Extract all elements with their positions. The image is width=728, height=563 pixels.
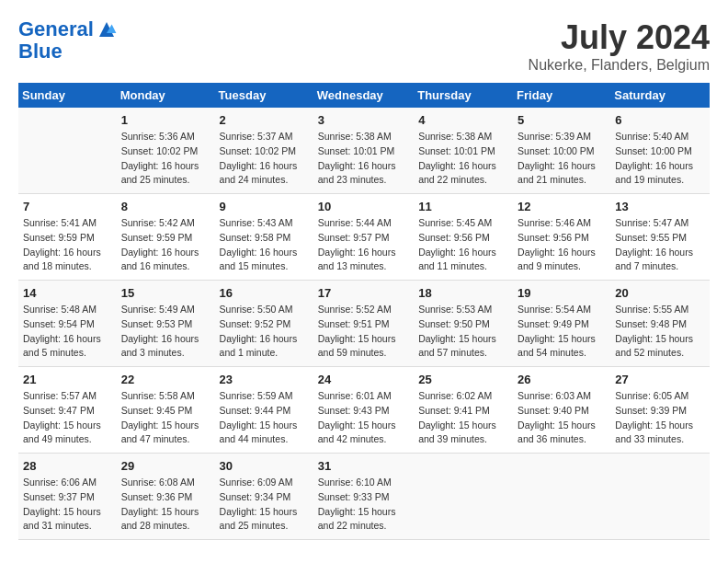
day-number: 11 (418, 200, 508, 213)
day-info: Sunrise: 6:09 AMSunset: 9:34 PMDaylight:… (220, 476, 309, 534)
calendar-cell: 14Sunrise: 5:48 AMSunset: 9:54 PMDayligh… (18, 281, 117, 367)
day-info: Sunrise: 5:38 AMSunset: 10:01 PMDaylight… (418, 130, 508, 188)
day-number: 18 (418, 286, 508, 300)
header-day-friday: Friday (513, 83, 610, 108)
day-number: 3 (318, 113, 409, 127)
day-info: Sunrise: 5:42 AMSunset: 9:59 PMDaylight:… (121, 216, 210, 274)
day-number: 14 (23, 286, 112, 300)
day-number: 26 (518, 373, 606, 386)
calendar-cell: 20Sunrise: 5:55 AMSunset: 9:48 PMDayligh… (610, 281, 710, 367)
logo-text: General (18, 18, 94, 40)
calendar-cell (513, 454, 610, 540)
header-day-thursday: Thursday (414, 83, 513, 108)
calendar-cell: 24Sunrise: 6:01 AMSunset: 9:43 PMDayligh… (313, 367, 414, 454)
day-info: Sunrise: 5:59 AMSunset: 9:44 PMDaylight:… (220, 389, 309, 447)
day-number: 2 (220, 113, 309, 127)
day-number: 24 (318, 373, 409, 386)
day-info: Sunrise: 5:48 AMSunset: 9:54 PMDaylight:… (23, 303, 112, 361)
day-info: Sunrise: 5:54 AMSunset: 9:49 PMDaylight:… (518, 303, 606, 361)
day-info: Sunrise: 5:44 AMSunset: 9:57 PMDaylight:… (318, 216, 409, 274)
day-number: 27 (615, 373, 705, 386)
calendar-cell: 11Sunrise: 5:45 AMSunset: 9:56 PMDayligh… (414, 194, 513, 281)
calendar-cell: 15Sunrise: 5:49 AMSunset: 9:53 PMDayligh… (117, 281, 215, 367)
calendar-cell (414, 454, 513, 540)
day-number: 1 (121, 113, 210, 127)
calendar-cell: 28Sunrise: 6:06 AMSunset: 9:37 PMDayligh… (18, 454, 117, 540)
day-info: Sunrise: 6:01 AMSunset: 9:43 PMDaylight:… (318, 389, 409, 447)
week-row-3: 21Sunrise: 5:57 AMSunset: 9:47 PMDayligh… (18, 367, 710, 454)
calendar-body: 1Sunrise: 5:36 AMSunset: 10:02 PMDayligh… (18, 108, 710, 540)
calendar-cell (610, 454, 710, 540)
day-info: Sunrise: 5:40 AMSunset: 10:00 PMDaylight… (615, 130, 705, 188)
day-info: Sunrise: 5:47 AMSunset: 9:55 PMDaylight:… (615, 216, 705, 274)
day-info: Sunrise: 5:50 AMSunset: 9:52 PMDaylight:… (220, 303, 309, 361)
location: Nukerke, Flanders, Belgium (529, 57, 710, 74)
calendar-cell: 12Sunrise: 5:46 AMSunset: 9:56 PMDayligh… (513, 194, 610, 281)
page-header: General Blue July 2024 Nukerke, Flanders… (18, 18, 710, 74)
header-day-monday: Monday (117, 83, 215, 108)
logo: General Blue (18, 18, 118, 63)
day-info: Sunrise: 5:36 AMSunset: 10:02 PMDaylight… (121, 130, 210, 188)
day-number: 8 (121, 200, 210, 213)
day-info: Sunrise: 6:03 AMSunset: 9:40 PMDaylight:… (518, 389, 606, 447)
day-number: 4 (418, 113, 508, 127)
day-info: Sunrise: 5:49 AMSunset: 9:53 PMDaylight:… (121, 303, 210, 361)
day-info: Sunrise: 6:02 AMSunset: 9:41 PMDaylight:… (418, 389, 508, 447)
logo-icon (96, 18, 118, 40)
calendar-cell: 21Sunrise: 5:57 AMSunset: 9:47 PMDayligh… (18, 367, 117, 454)
week-row-1: 7Sunrise: 5:41 AMSunset: 9:59 PMDaylight… (18, 194, 710, 281)
day-info: Sunrise: 5:57 AMSunset: 9:47 PMDaylight:… (23, 389, 112, 447)
day-number: 22 (121, 373, 210, 386)
week-row-0: 1Sunrise: 5:36 AMSunset: 10:02 PMDayligh… (18, 108, 710, 194)
day-info: Sunrise: 5:39 AMSunset: 10:00 PMDaylight… (518, 130, 606, 188)
day-number: 9 (220, 200, 309, 213)
calendar-cell: 31Sunrise: 6:10 AMSunset: 9:33 PMDayligh… (313, 454, 414, 540)
day-number: 13 (615, 200, 705, 213)
calendar-cell: 29Sunrise: 6:08 AMSunset: 9:36 PMDayligh… (117, 454, 215, 540)
calendar-cell: 26Sunrise: 6:03 AMSunset: 9:40 PMDayligh… (513, 367, 610, 454)
day-info: Sunrise: 6:08 AMSunset: 9:36 PMDaylight:… (121, 476, 210, 534)
calendar-cell (18, 108, 117, 194)
day-number: 6 (615, 113, 705, 127)
day-number: 29 (121, 459, 210, 473)
day-number: 12 (518, 200, 606, 213)
calendar-cell: 18Sunrise: 5:53 AMSunset: 9:50 PMDayligh… (414, 281, 513, 367)
day-info: Sunrise: 5:46 AMSunset: 9:56 PMDaylight:… (518, 216, 606, 274)
calendar-cell: 2Sunrise: 5:37 AMSunset: 10:02 PMDayligh… (215, 108, 313, 194)
month-title: July 2024 (529, 18, 710, 57)
header-row: SundayMondayTuesdayWednesdayThursdayFrid… (18, 83, 710, 108)
calendar-cell: 27Sunrise: 6:05 AMSunset: 9:39 PMDayligh… (610, 367, 710, 454)
calendar-cell: 19Sunrise: 5:54 AMSunset: 9:49 PMDayligh… (513, 281, 610, 367)
calendar-cell: 17Sunrise: 5:52 AMSunset: 9:51 PMDayligh… (313, 281, 414, 367)
day-number: 23 (220, 373, 309, 386)
calendar-cell: 30Sunrise: 6:09 AMSunset: 9:34 PMDayligh… (215, 454, 313, 540)
day-info: Sunrise: 6:05 AMSunset: 9:39 PMDaylight:… (615, 389, 705, 447)
day-number: 7 (23, 200, 112, 213)
day-number: 31 (318, 459, 409, 473)
calendar-cell: 10Sunrise: 5:44 AMSunset: 9:57 PMDayligh… (313, 194, 414, 281)
day-number: 16 (220, 286, 309, 300)
calendar-table: SundayMondayTuesdayWednesdayThursdayFrid… (18, 83, 710, 540)
day-number: 17 (318, 286, 409, 300)
calendar-cell: 13Sunrise: 5:47 AMSunset: 9:55 PMDayligh… (610, 194, 710, 281)
week-row-2: 14Sunrise: 5:48 AMSunset: 9:54 PMDayligh… (18, 281, 710, 367)
day-info: Sunrise: 5:53 AMSunset: 9:50 PMDaylight:… (418, 303, 508, 361)
day-number: 10 (318, 200, 409, 213)
day-number: 5 (518, 113, 606, 127)
day-info: Sunrise: 6:06 AMSunset: 9:37 PMDaylight:… (23, 476, 112, 534)
day-info: Sunrise: 5:43 AMSunset: 9:58 PMDaylight:… (220, 216, 309, 274)
header-day-wednesday: Wednesday (313, 83, 414, 108)
day-info: Sunrise: 5:41 AMSunset: 9:59 PMDaylight:… (23, 216, 112, 274)
calendar-cell: 23Sunrise: 5:59 AMSunset: 9:44 PMDayligh… (215, 367, 313, 454)
day-info: Sunrise: 5:45 AMSunset: 9:56 PMDaylight:… (418, 216, 508, 274)
week-row-4: 28Sunrise: 6:06 AMSunset: 9:37 PMDayligh… (18, 454, 710, 540)
day-number: 30 (220, 459, 309, 473)
day-info: Sunrise: 5:58 AMSunset: 9:45 PMDaylight:… (121, 389, 210, 447)
calendar-cell: 8Sunrise: 5:42 AMSunset: 9:59 PMDaylight… (117, 194, 215, 281)
day-info: Sunrise: 6:10 AMSunset: 9:33 PMDaylight:… (318, 476, 409, 534)
title-area: July 2024 Nukerke, Flanders, Belgium (529, 18, 710, 74)
header-day-saturday: Saturday (610, 83, 710, 108)
logo-blue-text: Blue (18, 40, 118, 63)
day-number: 19 (518, 286, 606, 300)
calendar-cell: 5Sunrise: 5:39 AMSunset: 10:00 PMDayligh… (513, 108, 610, 194)
